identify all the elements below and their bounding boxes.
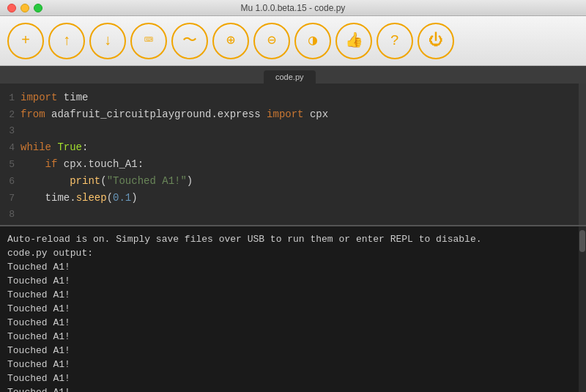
- toolbar-btn-keyboard[interactable]: ⌨: [130, 23, 167, 59]
- code-line: 6 print("Touched A1!"): [0, 173, 586, 190]
- code-line: 3: [0, 123, 586, 139]
- line-number: 7: [0, 191, 21, 207]
- scrollbar-thumb[interactable]: [579, 230, 585, 252]
- line-code: if cpx.touch_A1:: [21, 156, 144, 172]
- toolbar-btn-theme[interactable]: ◑: [294, 23, 331, 59]
- code-line: 5 if cpx.touch_A1:: [0, 156, 586, 173]
- line-code: from adafruit_circuitplayground.express …: [21, 106, 328, 122]
- toolbar-btn-new[interactable]: +: [7, 23, 44, 59]
- help-icon: ?: [390, 34, 399, 48]
- line-number: 1: [0, 90, 21, 106]
- code-line: 8: [0, 207, 586, 223]
- code-editor[interactable]: 1import time2from adafruit_circuitplaygr…: [0, 84, 586, 226]
- line-number: 5: [0, 157, 21, 173]
- console-line: Auto-reload is on. Simply save files ove…: [7, 232, 579, 246]
- mu-repl-icon: 〜: [182, 34, 197, 48]
- console-line: Touched A1!: [7, 344, 579, 358]
- line-number: 3: [0, 123, 21, 139]
- keyboard-icon: ⌨: [144, 34, 153, 48]
- line-code: import time: [21, 89, 88, 106]
- toolbar-btn-save[interactable]: ↓: [89, 23, 126, 59]
- minimize-button[interactable]: [21, 4, 29, 12]
- toolbar: +↑↓⌨〜⊕⊖◑👍?⏻: [0, 16, 586, 66]
- toolbar-btn-load[interactable]: ↑: [48, 23, 85, 59]
- tab-codepy[interactable]: code.py: [264, 70, 316, 84]
- toolbar-btn-check[interactable]: 👍: [335, 23, 372, 59]
- console-line: Touched A1!: [7, 274, 579, 288]
- console-line: Touched A1!: [7, 385, 579, 392]
- close-button[interactable]: [7, 4, 16, 12]
- console-line: Touched A1!: [7, 302, 579, 316]
- line-number: 2: [0, 107, 21, 123]
- code-line: 2from adafruit_circuitplayground.express…: [0, 106, 586, 123]
- new-icon: +: [21, 34, 30, 48]
- toolbar-btn-quit[interactable]: ⏻: [418, 23, 454, 59]
- line-code: print("Touched A1!"): [21, 173, 193, 189]
- zoom-in-icon: ⊕: [226, 34, 235, 48]
- console-lines: Auto-reload is on. Simply save files ove…: [7, 232, 579, 392]
- quit-icon: ⏻: [429, 34, 443, 48]
- line-code: time.sleep(0.1): [21, 190, 138, 206]
- line-number: 6: [0, 174, 21, 190]
- console-line: Touched A1!: [7, 358, 579, 371]
- window-title: Mu 1.0.0.beta.15 - code.py: [241, 3, 346, 13]
- zoom-out-icon: ⊖: [267, 34, 276, 48]
- toolbar-btn-zoom-out[interactable]: ⊖: [253, 23, 290, 59]
- console-line: Touched A1!: [7, 288, 579, 302]
- console-output: Auto-reload is on. Simply save files ove…: [0, 226, 586, 392]
- toolbar-btn-help[interactable]: ?: [377, 23, 413, 59]
- traffic-lights: [7, 4, 42, 12]
- line-number: 4: [0, 140, 21, 156]
- code-line: 7 time.sleep(0.1): [0, 190, 586, 207]
- toolbar-btn-mu-repl[interactable]: 〜: [171, 23, 208, 59]
- console-line: Touched A1!: [7, 260, 579, 274]
- line-code: while True:: [21, 139, 88, 155]
- maximize-button[interactable]: [34, 4, 42, 12]
- load-icon: ↑: [62, 34, 71, 48]
- theme-icon: ◑: [308, 34, 317, 48]
- line-number: 8: [0, 207, 21, 223]
- console-line: Touched A1!: [7, 316, 579, 330]
- console-line: Touched A1!: [7, 371, 579, 385]
- save-icon: ↓: [103, 34, 112, 48]
- code-line: 4while True:: [0, 139, 586, 156]
- check-icon: 👍: [345, 34, 363, 48]
- titlebar: Mu 1.0.0.beta.15 - code.py: [0, 0, 586, 16]
- editor-lines: 1import time2from adafruit_circuitplaygr…: [0, 89, 586, 223]
- tabbar: code.py: [0, 66, 586, 84]
- console-line: Touched A1!: [7, 330, 579, 344]
- toolbar-btn-zoom-in[interactable]: ⊕: [212, 23, 249, 59]
- code-line: 1import time: [0, 89, 586, 106]
- console-line: code.py output:: [7, 246, 579, 260]
- console-scrollbar[interactable]: [579, 226, 586, 392]
- editor-scrollbar[interactable]: [579, 84, 586, 225]
